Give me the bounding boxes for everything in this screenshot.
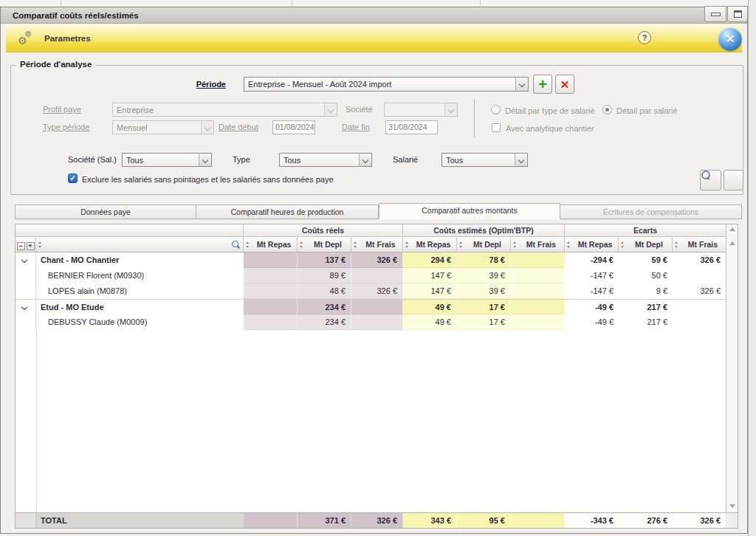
total-cout-estime: 343 € — [403, 513, 457, 528]
tab-bar: Données paye Comparatif heures de produc… — [15, 203, 742, 219]
row-expander-cell — [16, 284, 36, 299]
chevron-down-icon[interactable] — [199, 154, 211, 166]
group-header-ecarts: Ecarts — [565, 224, 726, 236]
total-ecart: 276 € — [619, 513, 673, 528]
group-header-couts-reels: Coûts réels — [244, 224, 403, 236]
column-header-mt-repas-ecart[interactable]: Mt Repas — [565, 237, 619, 252]
chevron-down-icon — [444, 103, 457, 116]
date-fin-label: Date fin — [342, 123, 370, 131]
table-total-row: TOTAL371 €326 €343 €95 €-343 €276 €326 € — [16, 512, 738, 528]
profil-paye-label: Profil paye — [43, 105, 109, 114]
help-icon[interactable]: ? — [638, 31, 651, 44]
column-header-mt-repas-estime[interactable]: Mt Repas — [403, 237, 457, 252]
cell-cout-estime: 17 € — [457, 315, 511, 330]
cell-ecart: 326 € — [673, 284, 726, 299]
parameters-banner: ⚙ ⚙ Parametres — [6, 24, 742, 52]
societe-sal-combobox[interactable]: Tous — [122, 153, 212, 167]
type-periode-combobox: Mensuel — [112, 120, 214, 134]
scroll-up-icon[interactable] — [729, 227, 735, 231]
type-combobox[interactable]: Tous — [279, 153, 372, 167]
cell-cout-reel — [351, 300, 403, 315]
chevron-down-icon[interactable] — [515, 78, 528, 91]
row-label: LOPES alain (M0878) — [36, 284, 244, 299]
total-ecart: -343 € — [565, 513, 619, 528]
collapse-chevron-icon[interactable] — [21, 257, 27, 263]
tab-donnees-paye[interactable]: Données paye — [15, 205, 196, 219]
column-header-mt-frais-reel[interactable]: Mt Frais — [351, 237, 403, 252]
group-header-empty — [16, 224, 244, 236]
table-scrollbar[interactable] — [726, 224, 738, 512]
divider — [474, 99, 475, 137]
column-header-mt-depl-estime[interactable]: Mt Depl — [457, 237, 511, 252]
total-expander-cell — [16, 513, 36, 528]
salarie-combobox[interactable]: Tous — [441, 153, 528, 167]
table-row[interactable]: LOPES alain (M0878)48 €326 €147 €39 €-14… — [16, 284, 738, 299]
total-cout-estime — [511, 513, 565, 528]
total-cout-reel — [244, 513, 298, 528]
window-titlebar[interactable]: Comparatif coûts réels/estimés — [1, 7, 747, 24]
column-search-icon[interactable] — [231, 240, 240, 249]
date-debut-field: 01/08/2024 — [272, 120, 315, 134]
cell-cout-reel — [244, 300, 298, 315]
expand-all-button[interactable]: + — [27, 242, 35, 250]
cell-cout-estime — [511, 315, 565, 330]
total-tail-cell — [726, 513, 738, 528]
column-header-mt-frais-estime[interactable]: Mt Frais — [511, 237, 565, 252]
minimize-icon — [711, 13, 721, 16]
scroll-down-icon[interactable] — [729, 504, 735, 508]
cell-cout-estime: 147 € — [403, 284, 457, 299]
banner-title: Parametres — [44, 34, 91, 43]
delete-period-button[interactable]: ✕ — [555, 75, 574, 94]
close-button[interactable]: ✕ — [718, 27, 742, 51]
periode-combobox[interactable]: Entreprise - Mensuel - Août 2024 import — [244, 77, 529, 92]
table-column-header-row: − + Mt Repas Mt Depl Mt Frais Mt Repas M… — [16, 237, 738, 252]
sort-icon — [300, 241, 303, 248]
total-cout-estime: 95 € — [457, 513, 511, 528]
total-ecart: 326 € — [673, 513, 726, 528]
table-row[interactable]: BERNIER Florent (M0930)89 €147 €39 €-147… — [16, 268, 738, 284]
search-button[interactable] — [700, 170, 721, 190]
cell-ecart: -49 € — [565, 300, 619, 315]
radio-detail-par-salarie-label: Détail par salarié — [616, 106, 678, 115]
cell-cout-reel: 48 € — [298, 284, 351, 299]
scroll-up-icon[interactable] — [729, 241, 735, 245]
avec-analytique-label: Avec analytique chantier — [506, 124, 594, 133]
refresh-button[interactable] — [724, 170, 743, 190]
column-header-mt-depl-ecart[interactable]: Mt Depl — [619, 237, 673, 252]
cell-cout-estime: 49 € — [403, 315, 457, 330]
column-header-mt-frais-ecart[interactable]: Mt Frais — [673, 237, 726, 252]
cell-cout-estime: 17 € — [457, 300, 511, 315]
window-maximize-button[interactable] — [727, 6, 748, 22]
add-period-button[interactable]: + — [533, 75, 552, 94]
table-row[interactable]: Etud - MO Etude234 €49 €17 €-49 €217 € — [16, 299, 738, 315]
tab-comparatif-heures[interactable]: Comparatif heures de production — [196, 205, 379, 219]
collapse-all-button[interactable]: − — [17, 242, 25, 250]
tab-comparatif-autres-montants[interactable]: Comparatif autres montants — [379, 203, 560, 219]
tree-column-header[interactable] — [36, 237, 244, 252]
cell-cout-estime — [511, 300, 565, 315]
avec-analytique-checkbox — [492, 123, 501, 132]
collapse-chevron-icon[interactable] — [21, 304, 27, 310]
table-row[interactable]: DEBUSSY Claude (M0009)234 €49 €17 €-49 €… — [16, 315, 738, 330]
cell-cout-reel: 234 € — [298, 315, 351, 330]
chevron-down-icon[interactable] — [359, 154, 371, 166]
table-group-header-row: Coûts réels Coûts estimés (Optim'BTP) Ec… — [16, 224, 738, 237]
chevron-down-icon[interactable] — [515, 154, 527, 166]
comparison-table: Coûts réels Coûts estimés (Optim'BTP) Ec… — [15, 224, 738, 529]
window-minimize-button[interactable] — [704, 6, 726, 22]
app-screen: Comparatif coûts réels/estimés ⚙ ⚙ Param… — [0, 0, 756, 536]
table-row[interactable]: Chant - MO Chantier137 €326 €294 €78 €-2… — [16, 252, 738, 268]
row-expander-cell — [16, 300, 36, 315]
delete-x-icon: ✕ — [560, 78, 570, 91]
exclure-checkbox[interactable]: ✓ — [68, 173, 78, 183]
cell-cout-estime: 147 € — [403, 268, 457, 284]
column-header-mt-depl-reel[interactable]: Mt Depl — [298, 237, 351, 252]
sort-icon — [567, 241, 571, 248]
cell-cout-reel: 89 € — [298, 268, 351, 284]
radio-detail-par-type-label: Détail par type de salarié — [505, 106, 595, 115]
plus-icon: + — [538, 76, 547, 92]
societe-sal-label: Société (Sal.) — [68, 155, 117, 164]
cell-cout-reel — [244, 252, 298, 268]
cell-cout-reel — [244, 284, 298, 299]
column-header-mt-repas-reel[interactable]: Mt Repas — [244, 237, 298, 252]
